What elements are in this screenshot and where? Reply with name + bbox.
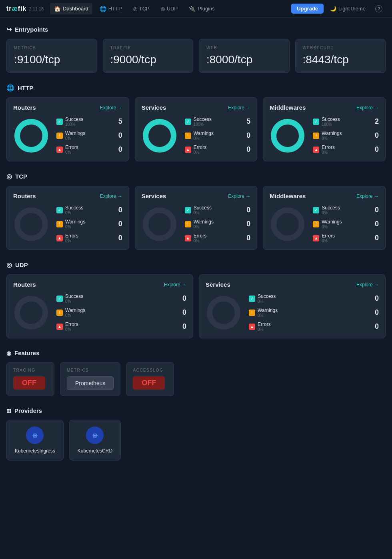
stat-row-success: ✓ Success 100% 5 bbox=[185, 117, 251, 127]
stat-card-body: ✓ Success 100% 5 ! Warnings 0% bbox=[142, 117, 251, 155]
stat-pct-success: 0% bbox=[258, 299, 276, 304]
warning-icon: ! bbox=[185, 221, 191, 227]
help-button[interactable]: ? bbox=[372, 4, 386, 14]
features-title: Features bbox=[14, 350, 40, 356]
nav-udp[interactable]: ◎ UDP bbox=[157, 3, 182, 14]
stat-pct-warning: 0% bbox=[65, 136, 85, 141]
http-section-title: HTTP bbox=[18, 84, 33, 91]
stat-count-error: 0 bbox=[242, 234, 250, 242]
nav-plugins[interactable]: 🔌 Plugins bbox=[185, 3, 219, 14]
stat-count-error: 0 bbox=[371, 234, 379, 242]
stat-count-success: 0 bbox=[178, 294, 186, 303]
stat-card-header: Services Explore → bbox=[142, 104, 251, 111]
ep-value-websecure: :8443/tcp bbox=[303, 53, 378, 66]
stat-row-error: ▲ Errors 0% 0 bbox=[313, 145, 379, 155]
nav-http[interactable]: 🌐 HTTP bbox=[96, 3, 126, 14]
stat-left-error: ▲ Errors 0% bbox=[56, 145, 78, 155]
stat-card: Routers Explore → ✓ Success 100% bbox=[6, 97, 129, 161]
nav-dashboard[interactable]: 🏠 Dashboard bbox=[50, 3, 92, 14]
stat-name-success: Success bbox=[65, 294, 83, 299]
stat-name-wrap-success: Success 100% bbox=[322, 117, 340, 127]
stat-card-header: Routers Explore → bbox=[13, 281, 186, 288]
stat-name-warning: Warnings bbox=[322, 131, 342, 136]
stat-row-warning: ! Warnings 0% 0 bbox=[249, 308, 379, 318]
stat-name-wrap-warning: Warnings 0% bbox=[322, 131, 342, 141]
explore-link[interactable]: Explore → bbox=[228, 105, 250, 111]
stat-name-warning: Warnings bbox=[65, 219, 85, 225]
stat-left-warning: ! Warnings 0% bbox=[313, 219, 342, 229]
stat-row-warning: ! Warnings 0% 0 bbox=[185, 219, 251, 229]
stat-row-warning: ! Warnings 0% 0 bbox=[56, 131, 122, 141]
stat-name-warning: Warnings bbox=[65, 308, 85, 313]
stat-left-warning: ! Warnings 0% bbox=[249, 308, 278, 318]
ep-card-websecure: WEBSECURE :8443/tcp bbox=[295, 39, 386, 73]
moon-icon: 🌙 bbox=[330, 6, 336, 12]
stat-count-error: 0 bbox=[242, 145, 250, 154]
nav-tcp[interactable]: ◎ TCP bbox=[129, 3, 154, 14]
stat-pct-warning: 0% bbox=[65, 313, 85, 318]
explore-link[interactable]: Explore → bbox=[100, 105, 122, 111]
stat-row-error: ▲ Errors 0% 0 bbox=[185, 145, 251, 155]
entrypoints-section-header: ↪ Entrypoints bbox=[6, 26, 386, 33]
stat-pct-warning: 0% bbox=[258, 313, 278, 318]
stat-name-error: Errors bbox=[322, 233, 335, 239]
stat-count-warning: 0 bbox=[114, 220, 122, 228]
feature-label: ACCESSLOG bbox=[133, 368, 167, 372]
stat-card: Routers Explore → ✓ Success 0% bbox=[6, 186, 129, 250]
stat-card-title: Services bbox=[206, 281, 230, 288]
donut-chart bbox=[13, 118, 49, 154]
stat-card-title: Middlewares bbox=[270, 193, 306, 199]
provider-name: KubernetesCRD bbox=[78, 448, 112, 454]
stat-count-success: 2 bbox=[371, 117, 379, 126]
stat-left-error: ▲ Errors 0% bbox=[185, 233, 207, 243]
explore-link[interactable]: Explore → bbox=[356, 105, 379, 111]
success-icon: ✓ bbox=[185, 207, 191, 213]
feature-card-metrics: METRICS Prometheus bbox=[60, 362, 120, 396]
stat-name-wrap-error: Errors 0% bbox=[258, 322, 271, 332]
stat-name-wrap-warning: Warnings 0% bbox=[322, 219, 342, 229]
tcp-section: ◎ TCP Routers Explore → ✓ Succe bbox=[6, 173, 386, 250]
success-icon: ✓ bbox=[56, 207, 63, 213]
stat-name-error: Errors bbox=[322, 145, 335, 150]
providers-section: ⊞ Providers ⎈ KubernetesIngress ⎈ Kubern… bbox=[6, 407, 386, 460]
upgrade-button[interactable]: Upgrade bbox=[291, 4, 324, 14]
stat-count-success: 0 bbox=[371, 206, 379, 214]
http-icon: 🌐 bbox=[100, 6, 106, 12]
theme-toggle[interactable]: 🌙 Light theme bbox=[327, 4, 369, 13]
stat-pct-error: 0% bbox=[65, 150, 78, 155]
explore-link[interactable]: Explore → bbox=[164, 282, 186, 288]
features-icon: ◉ bbox=[6, 350, 11, 356]
stat-left-warning: ! Warnings 0% bbox=[56, 308, 85, 318]
svg-point-5 bbox=[274, 122, 302, 150]
explore-link[interactable]: Explore → bbox=[356, 193, 379, 199]
stat-row-warning: ! Warnings 0% 0 bbox=[185, 131, 251, 141]
donut-chart bbox=[13, 206, 49, 242]
stat-name-wrap-warning: Warnings 0% bbox=[194, 219, 214, 229]
error-icon: ▲ bbox=[185, 235, 191, 241]
explore-link[interactable]: Explore → bbox=[228, 193, 250, 199]
stat-row-error: ▲ Errors 0% 0 bbox=[56, 233, 122, 243]
explore-link[interactable]: Explore → bbox=[100, 193, 122, 199]
stat-name-warning: Warnings bbox=[194, 131, 214, 136]
stat-name-wrap-error: Errors 0% bbox=[65, 322, 78, 332]
stat-left-warning: ! Warnings 0% bbox=[185, 219, 214, 229]
stat-count-error: 0 bbox=[371, 322, 379, 331]
stat-card-body: ✓ Success 0% 0 ! Warnings 0% bbox=[142, 205, 251, 243]
stat-pct-success: 0% bbox=[322, 211, 340, 215]
stat-pct-error: 0% bbox=[194, 150, 207, 155]
stat-name-success: Success bbox=[194, 117, 212, 122]
stat-name-wrap-success: Success 0% bbox=[322, 205, 340, 215]
stat-card: Services Explore → ✓ Success 0% bbox=[199, 274, 386, 338]
stat-left-success: ✓ Success 0% bbox=[313, 205, 340, 215]
stat-left-success: ✓ Success 100% bbox=[313, 117, 340, 127]
stat-left-success: ✓ Success 0% bbox=[249, 294, 276, 304]
stat-row-error: ▲ Errors 0% 0 bbox=[249, 322, 379, 332]
stat-pct-success: 0% bbox=[65, 211, 83, 215]
explore-link[interactable]: Explore → bbox=[356, 282, 379, 288]
stat-name-wrap-warning: Warnings 0% bbox=[258, 308, 278, 318]
ep-label-web: WEB bbox=[206, 46, 282, 50]
stat-legend: ✓ Success 0% 0 ! Warnings 0% bbox=[249, 294, 379, 332]
stat-card: Middlewares Explore → ✓ Success 100% bbox=[263, 97, 386, 161]
stat-name-warning: Warnings bbox=[322, 219, 342, 225]
stat-name-error: Errors bbox=[65, 233, 78, 239]
